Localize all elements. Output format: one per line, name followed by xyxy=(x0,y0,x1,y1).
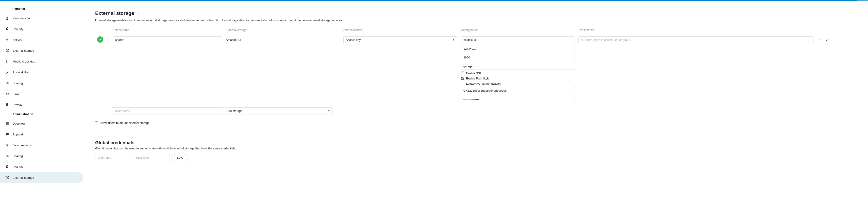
storage-row: Amazon S3 Access key ▼ xyxy=(95,34,859,105)
svg-point-7 xyxy=(8,94,8,94)
more-options-icon[interactable] xyxy=(816,37,822,43)
external-storage-type: Amazon S3 xyxy=(226,36,340,41)
info-icon[interactable]: i xyxy=(138,11,138,15)
add-storage-select[interactable]: Add storage ▼ xyxy=(224,107,333,114)
chat-icon xyxy=(5,132,9,137)
gc-save-button[interactable]: Save xyxy=(172,154,188,161)
sidebar-item-external-storage-personal[interactable]: External storage xyxy=(0,45,86,56)
topbar-account-area[interactable] xyxy=(857,0,868,1)
auth-selected-value: Access key xyxy=(346,38,361,41)
person-icon xyxy=(5,16,9,20)
conf-access-key-input[interactable] xyxy=(461,87,575,94)
th-conf: Configuration xyxy=(459,26,577,34)
conf-bucket-input[interactable] xyxy=(461,36,575,43)
auth-select[interactable]: Access key ▼ xyxy=(343,36,457,43)
folder-name-input[interactable] xyxy=(113,36,222,43)
svg-point-10 xyxy=(8,155,8,155)
conf-enable-path-style-label: Enable Path Style xyxy=(466,77,489,80)
allow-mount-checkbox[interactable] xyxy=(95,121,98,124)
svg-point-11 xyxy=(8,156,8,157)
lock-icon xyxy=(5,27,9,31)
flow-icon xyxy=(5,91,9,96)
sidebar-item-label: Activity xyxy=(13,38,22,41)
sidebar-item-security[interactable]: Security xyxy=(0,24,86,34)
accessibility-icon xyxy=(5,70,9,74)
sidebar-item-activity[interactable]: Activity xyxy=(0,34,86,45)
lightning-icon xyxy=(5,37,9,42)
conf-enable-ssl-row[interactable]: Enable SSL xyxy=(461,72,575,75)
sidebar-item-sharing-admin[interactable]: Sharing xyxy=(0,151,86,161)
external-link-icon xyxy=(5,48,9,53)
sidebar-item-accessibility[interactable]: Accessibility xyxy=(0,67,86,78)
list-icon xyxy=(5,121,9,126)
lock-icon xyxy=(5,164,9,169)
conf-enable-path-style-checkbox[interactable] xyxy=(461,77,464,80)
sidebar-item-personal-info[interactable]: Personal info xyxy=(0,13,86,24)
sidebar-item-basic-settings[interactable]: Basic settings xyxy=(0,140,86,151)
th-avail: Available for xyxy=(577,26,832,34)
gc-username-input[interactable] xyxy=(95,154,131,161)
sidebar-item-support[interactable]: Support xyxy=(0,129,86,140)
sidebar-item-label: External storage xyxy=(13,49,34,52)
svg-point-1 xyxy=(7,62,7,63)
gear-icon xyxy=(5,143,9,147)
allow-mount-label: Allow users to mount external storage xyxy=(100,121,150,124)
sidebar-item-overview[interactable]: Overview xyxy=(0,118,86,129)
svg-point-4 xyxy=(8,82,8,83)
conf-enable-path-style-row[interactable]: Enable Path Style xyxy=(461,77,575,80)
sidebar-item-label: Mobile & desktop xyxy=(13,60,35,63)
conf-host-input[interactable] xyxy=(461,45,575,52)
conf-secret-key-input[interactable] xyxy=(461,96,575,103)
sidebar-item-sharing-personal[interactable]: Sharing xyxy=(0,78,86,88)
conf-legacy-auth-label: Legacy (v2) authentication xyxy=(466,82,500,85)
sidebar-item-label: Basic settings xyxy=(13,144,31,147)
sidebar-item-label: Sharing xyxy=(13,81,23,85)
sidebar-item-label: External storage xyxy=(13,176,34,179)
share-icon xyxy=(5,154,9,158)
sidebar-item-label: Support xyxy=(13,133,23,136)
page-title: External storage xyxy=(95,10,134,16)
svg-point-14 xyxy=(820,39,821,40)
svg-point-6 xyxy=(6,94,7,94)
available-for-input[interactable] xyxy=(579,36,814,43)
sidebar-item-privacy[interactable]: Privacy xyxy=(0,99,86,110)
conf-region-input[interactable] xyxy=(461,63,575,70)
sidebar-item-mobile-desktop[interactable]: Mobile & desktop xyxy=(0,56,86,67)
allow-mount-row[interactable]: Allow users to mount external storage xyxy=(95,121,859,124)
svg-point-8 xyxy=(7,145,8,146)
confirm-check-icon[interactable] xyxy=(825,37,830,43)
th-auth: Authentication xyxy=(342,26,459,34)
conf-legacy-auth-row[interactable]: Legacy (v2) authentication xyxy=(461,82,575,85)
sidebar-item-label: Accessibility xyxy=(13,71,29,74)
conf-port-input[interactable] xyxy=(461,54,575,61)
sidebar-item-security-admin[interactable]: Security xyxy=(0,161,86,172)
page-description: External storage enables you to mount ex… xyxy=(95,18,859,22)
chevron-down-icon: ▼ xyxy=(328,110,330,112)
svg-point-5 xyxy=(8,83,8,84)
add-folder-name-input[interactable] xyxy=(111,107,224,114)
svg-point-12 xyxy=(817,39,818,40)
svg-point-2 xyxy=(7,71,8,72)
sidebar-item-label: Security xyxy=(13,27,23,31)
main-content: External storage i External storage enab… xyxy=(86,1,868,223)
svg-point-13 xyxy=(819,39,819,40)
global-credentials-desc: Global credentials can be used to authen… xyxy=(95,147,859,150)
sidebar-item-label: Security xyxy=(13,165,23,169)
sidebar-item-label: Flow xyxy=(13,92,19,96)
sidebar-item-external-storage-admin[interactable]: External storage xyxy=(0,172,83,183)
top-bar xyxy=(0,0,868,1)
gc-password-input[interactable] xyxy=(133,154,170,161)
shield-icon xyxy=(5,103,9,107)
sidebar-heading-admin: Administration xyxy=(0,110,86,118)
conf-enable-ssl-checkbox[interactable] xyxy=(461,72,464,75)
sidebar-item-flow[interactable]: Flow xyxy=(0,88,86,99)
settings-sidebar: Personal Personal info Security Activity… xyxy=(0,1,86,223)
share-icon xyxy=(5,81,9,85)
th-external: External storage xyxy=(224,26,342,34)
table-header-row: Folder name External storage Authenticat… xyxy=(95,26,859,34)
conf-legacy-auth-checkbox[interactable] xyxy=(461,82,464,85)
sidebar-item-label: Personal info xyxy=(13,16,30,20)
sidebar-item-label: Sharing xyxy=(13,154,23,158)
chevron-down-icon: ▼ xyxy=(453,39,455,41)
sidebar-item-label: Privacy xyxy=(13,103,22,107)
